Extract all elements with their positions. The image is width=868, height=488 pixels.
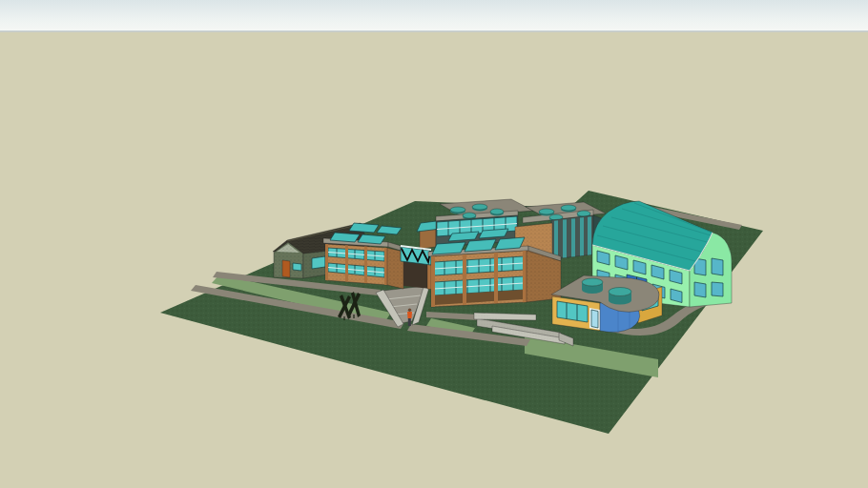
horizon-line [0, 30, 868, 32]
cottage-window-side1 [312, 256, 325, 269]
sky-band [0, 0, 868, 31]
person-head [408, 309, 411, 312]
cottage-window-front [293, 263, 301, 271]
person-legs [408, 318, 411, 326]
model-viewport[interactable] [0, 0, 868, 488]
rooflight-drum-top-1 [582, 278, 603, 286]
model-scene [0, 0, 868, 488]
person-torso [407, 312, 412, 318]
pavilion-door [591, 310, 598, 328]
cottage-door [282, 260, 290, 277]
rooflight-drum-top-2 [609, 288, 631, 296]
